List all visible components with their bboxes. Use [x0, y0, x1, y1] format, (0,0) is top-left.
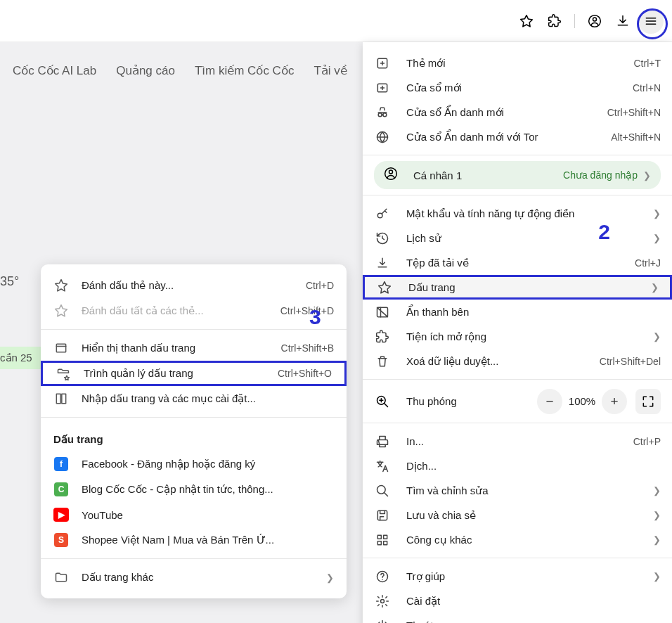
menu-incognito-label: Cửa sổ Ẩn danh mới — [406, 106, 607, 119]
menu-clear-data[interactable]: Xoá dữ liệu duyệt...Ctrl+Shift+Del — [363, 349, 672, 373]
zoom-value: 100% — [565, 395, 599, 407]
nav-ailab[interactable]: Cốc Cốc AI Lab — [13, 63, 96, 78]
menu-separator — [363, 155, 672, 155]
menu-exit-label: Thoát — [406, 619, 661, 623]
fullscreen-button[interactable] — [635, 389, 661, 414]
bookmark-coccoc-blog[interactable]: CBlog Cốc Cốc - Cập nhật tin tức, thông.… — [41, 477, 347, 502]
submenu-import-label: Nhập dấu trang và các mục cài đặt... — [82, 392, 334, 405]
chevron-right-icon: ❯ — [653, 485, 661, 496]
profile-avatar-icon — [384, 167, 401, 184]
download-icon — [374, 256, 391, 270]
menu-passwords[interactable]: Mật khẩu và tính năng tự động điền❯ — [363, 201, 672, 226]
menu-share[interactable]: Lưu và chia sẻ❯ — [363, 503, 672, 527]
menu-settings-label: Cài đặt — [406, 595, 661, 608]
menu-hide-sidebar-label: Ẩn thanh bên — [406, 306, 661, 319]
profile-name: Cá nhân 1 — [413, 169, 563, 181]
chevron-right-icon: ❯ — [651, 282, 659, 293]
folder-icon — [53, 570, 69, 584]
tor-icon — [374, 130, 391, 144]
menu-new-window[interactable]: Cửa sổ mớiCtrl+N — [363, 75, 672, 100]
translate-icon — [374, 459, 391, 473]
submenu-bookmark-this[interactable]: Đánh dấu thẻ này...Ctrl+D — [41, 273, 347, 298]
menu-separator — [363, 195, 672, 195]
submenu-bookmark-manager[interactable]: Trình quản lý dấu trangCtrl+Shift+O — [41, 361, 347, 386]
menu-bookmarks[interactable]: Dấu trang❯ — [363, 275, 672, 300]
svg-rect-15 — [384, 535, 387, 539]
svg-rect-14 — [377, 535, 381, 539]
star-outline-icon — [53, 304, 69, 318]
menu-clear-data-shortcut: Ctrl+Shift+Del — [600, 356, 661, 367]
menu-settings[interactable]: Cài đặt — [363, 589, 672, 613]
incognito-icon — [374, 105, 391, 120]
submenu-other-bookmarks-label: Dấu trang khác — [82, 571, 326, 584]
menu-downloads-shortcut: Ctrl+J — [635, 257, 661, 269]
browser-toolbar — [0, 0, 672, 42]
submenu-show-bar-shortcut: Ctrl+Shift+B — [281, 342, 334, 354]
new-window-icon — [374, 81, 391, 95]
menu-exit[interactable]: Thoát — [363, 613, 672, 623]
menu-print-shortcut: Ctrl+P — [633, 436, 661, 447]
menu-help[interactable]: Trợ giúp❯ — [363, 564, 672, 589]
chevron-right-icon: ❯ — [653, 510, 661, 520]
chevron-right-icon: ❯ — [653, 233, 661, 243]
menu-hide-sidebar[interactable]: Ẩn thanh bên — [363, 300, 672, 324]
menu-profile[interactable]: Cá nhân 1 Chưa đăng nhập ❯ — [374, 161, 661, 189]
submenu-other-bookmarks[interactable]: Dấu trang khác❯ — [41, 565, 347, 590]
menu-bookmarks-label: Dấu trang — [408, 281, 645, 294]
submenu-show-bar[interactable]: Hiển thị thanh dấu trangCtrl+Shift+B — [41, 335, 347, 361]
menu-find[interactable]: Tìm và chỉnh sửa❯ — [363, 478, 672, 503]
svg-rect-17 — [384, 541, 387, 544]
menu-more-tools[interactable]: Công cụ khác❯ — [363, 527, 672, 552]
bookmark-facebook[interactable]: fFacebook - Đăng nhập hoặc đăng ký — [41, 451, 347, 477]
bookmark-shopee[interactable]: SShopee Việt Nam | Mua và Bán Trên Ứ... — [41, 527, 347, 553]
window-icon — [53, 341, 69, 355]
zoom-in-button[interactable]: + — [602, 389, 627, 414]
menu-history-label: Lịch sử — [406, 232, 647, 245]
menu-history[interactable]: Lịch sử❯ — [363, 226, 672, 250]
coccoc-favicon: C — [53, 482, 69, 496]
menu-print[interactable]: In...Ctrl+P — [363, 429, 672, 454]
print-icon — [374, 435, 391, 449]
new-tab-icon — [374, 56, 391, 70]
chevron-right-icon: ❯ — [326, 572, 334, 583]
menu-incognito[interactable]: Cửa sổ Ẩn danh mớiCtrl+Shift+N — [363, 100, 672, 124]
menu-help-label: Trợ giúp — [406, 570, 647, 583]
bookmark-star-button[interactable] — [514, 8, 539, 34]
menu-tor[interactable]: Cửa sổ Ẩn danh mới với TorAlt+Shift+N — [363, 124, 672, 149]
downloads-button[interactable] — [610, 8, 635, 34]
menu-new-window-shortcut: Ctrl+N — [633, 82, 661, 94]
search-icon — [374, 484, 391, 498]
nav-search[interactable]: Tìm kiếm Cốc Cốc — [195, 63, 294, 78]
nav-ads[interactable]: Quảng cáo — [116, 63, 175, 78]
bookmark-youtube[interactable]: ▶YouTube — [41, 502, 347, 527]
star-icon — [53, 278, 69, 293]
menu-incognito-shortcut: Ctrl+Shift+N — [607, 107, 661, 118]
zoom-out-button[interactable]: − — [537, 389, 562, 414]
submenu-separator — [41, 558, 347, 559]
profile-button[interactable] — [582, 8, 607, 34]
nav-download[interactable]: Tải về — [314, 63, 347, 78]
submenu-show-bar-label: Hiển thị thanh dấu trang — [82, 342, 281, 354]
menu-downloads[interactable]: Tệp đã tải vềCtrl+J — [363, 250, 672, 275]
submenu-bookmark-all[interactable]: Đánh dấu tất cả các thẻ...Ctrl+Shift+D — [41, 298, 347, 323]
bookmark-youtube-label: YouTube — [82, 509, 334, 521]
menu-zoom: Thu phóng − 100% + — [363, 385, 672, 417]
submenu-import[interactable]: Nhập dấu trang và các mục cài đặt... — [41, 386, 347, 411]
menu-new-window-label: Cửa sổ mới — [406, 82, 633, 94]
submenu-bookmarks-header: Dấu trang — [41, 423, 347, 451]
menu-extensions[interactable]: Tiện ích mở rộng❯ — [363, 324, 672, 349]
menu-find-label: Tìm và chỉnh sửa — [406, 484, 647, 497]
menu-translate[interactable]: Dịch... — [363, 454, 672, 478]
chevron-right-icon: ❯ — [653, 208, 661, 219]
menu-new-tab[interactable]: Thẻ mớiCtrl+T — [363, 51, 672, 75]
shopee-favicon: S — [53, 533, 69, 547]
save-icon — [374, 508, 391, 522]
main-menu-button[interactable] — [638, 8, 664, 34]
help-icon — [374, 570, 391, 584]
svg-point-19 — [381, 599, 385, 603]
menu-extensions-label: Tiện ích mở rộng — [406, 330, 647, 343]
extensions-button[interactable] — [542, 8, 567, 34]
menu-new-tab-label: Thẻ mới — [406, 57, 634, 70]
menu-tor-shortcut: Alt+Shift+N — [611, 131, 661, 143]
submenu-bookmark-this-shortcut: Ctrl+D — [306, 280, 334, 291]
